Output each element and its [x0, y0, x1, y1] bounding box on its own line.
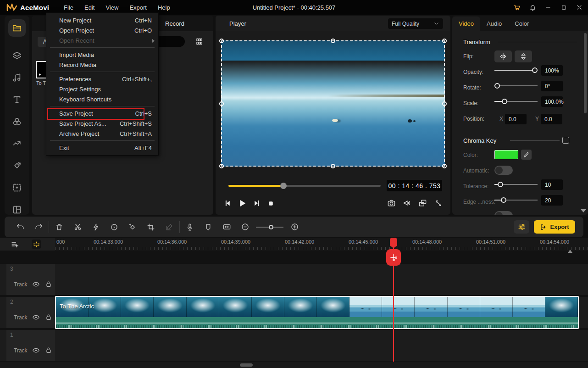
zoom-in-icon[interactable]: [285, 220, 304, 234]
tolerance-slider[interactable]: [494, 181, 538, 188]
menu-item-save-project-as[interactable]: Save Project As...Ctrl+Shift+S: [46, 118, 158, 128]
hscroll-thumb[interactable]: [240, 363, 253, 367]
menu-item-keyboard-shortcuts[interactable]: Keyboard Shortcuts: [46, 94, 158, 104]
clock-play-icon[interactable]: [105, 220, 123, 234]
prev-frame-icon[interactable]: [223, 198, 233, 208]
lock-icon[interactable]: [45, 313, 52, 321]
tolerance-value[interactable]: 10: [541, 179, 563, 190]
inspector-scrollbar[interactable]: [584, 33, 587, 113]
tab-record[interactable]: Record: [165, 20, 184, 27]
redo-icon[interactable]: [29, 220, 48, 234]
menu-item-import-media[interactable]: Import Media: [46, 50, 158, 60]
opacity-slider[interactable]: [494, 67, 538, 73]
menu-view[interactable]: View: [101, 2, 123, 13]
position-y-value[interactable]: 0.0: [541, 114, 562, 124]
filters-icon[interactable]: [8, 113, 26, 130]
quality-dropdown[interactable]: Full Quality: [388, 18, 443, 29]
video-clip[interactable]: To The Arctic: [55, 296, 579, 329]
camera-icon[interactable]: [387, 198, 396, 208]
transitions-icon[interactable]: [8, 135, 26, 152]
track-row-1[interactable]: 1 Track: [0, 330, 588, 361]
menu-item-save-project[interactable]: Save ProjectCtrl+S: [46, 108, 158, 118]
mic-icon[interactable]: [181, 220, 199, 234]
folder-icon[interactable]: [8, 19, 26, 37]
grid-view-icon[interactable]: [194, 37, 204, 46]
menu-item-archive-project[interactable]: Archive ProjectCtrl+Shift+A: [46, 128, 158, 139]
rotate-slider[interactable]: [494, 83, 538, 89]
scale-value[interactable]: 100.0%: [541, 96, 563, 107]
lightning-icon[interactable]: [87, 220, 105, 234]
tab-audio[interactable]: Audio: [480, 17, 508, 31]
undo-icon[interactable]: [11, 220, 29, 234]
flip-vertical-icon[interactable]: [515, 50, 532, 62]
expand-icon[interactable]: [433, 198, 443, 208]
menu-item-new-project[interactable]: New ProjectCtrl+N: [46, 15, 158, 25]
seek-bar[interactable]: [228, 183, 381, 189]
menu-item-preferences[interactable]: PreferencesCtrl+Shift+,: [46, 74, 158, 84]
export-button[interactable]: Export: [534, 220, 575, 234]
menu-help[interactable]: Help: [153, 2, 175, 13]
menu-item-exit[interactable]: ExitAlt+F4: [46, 143, 158, 153]
fit-width-icon[interactable]: [217, 220, 236, 234]
track-row-3[interactable]: 3 Track: [0, 264, 588, 295]
chroma-key-checkbox[interactable]: [562, 137, 569, 144]
timeline-scroll-up-arrow[interactable]: [568, 250, 572, 253]
speaker-icon[interactable]: [402, 198, 412, 208]
snap-icon[interactable]: [32, 240, 41, 249]
adjust-icon[interactable]: [514, 220, 529, 234]
music-icon[interactable]: [8, 69, 26, 86]
timeline-zoom-slider[interactable]: [256, 224, 283, 230]
seek-knob[interactable]: [280, 183, 287, 189]
lock-icon[interactable]: [45, 346, 52, 354]
next-frame-icon[interactable]: [251, 198, 261, 208]
stop-icon[interactable]: [266, 198, 276, 208]
menu-edit[interactable]: Edit: [80, 2, 99, 13]
play-icon[interactable]: [237, 198, 247, 208]
scroll-down-arrow[interactable]: [581, 209, 586, 212]
menu-file[interactable]: File: [59, 2, 78, 13]
menu-item-record-media[interactable]: Record Media: [46, 60, 158, 70]
marker-icon[interactable]: [199, 220, 217, 234]
lock-icon[interactable]: [45, 280, 52, 288]
eye-icon[interactable]: [32, 280, 40, 288]
menu-export[interactable]: Export: [125, 2, 151, 13]
cart-icon[interactable]: [512, 2, 522, 12]
opacity-value[interactable]: 100%: [541, 65, 563, 76]
partial-toggle[interactable]: [494, 211, 513, 215]
screens-icon[interactable]: [418, 198, 427, 208]
edge-value[interactable]: 20: [541, 195, 563, 206]
chroma-color-swatch[interactable]: [494, 150, 518, 159]
scissors-icon[interactable]: [68, 220, 87, 234]
minimize-icon[interactable]: [543, 2, 553, 12]
maximize-icon[interactable]: [559, 2, 569, 12]
playhead-handle[interactable]: [390, 238, 397, 247]
close-icon[interactable]: [574, 2, 584, 12]
menu-item-open-project[interactable]: Open ProjectCtrl+O: [46, 25, 158, 35]
add-track-icon[interactable]: [10, 240, 19, 249]
position-x-value[interactable]: 0.0: [505, 114, 527, 124]
zoom-out-icon[interactable]: [236, 220, 254, 234]
track-row-2[interactable]: 2 Track To The Arctic: [0, 297, 588, 328]
flip-horizontal-icon[interactable]: [494, 50, 512, 62]
elements-icon[interactable]: [8, 179, 26, 196]
timeline-ruler[interactable]: 000 00:14:33.00000:14:36.00000:14:39.000…: [55, 238, 588, 251]
split-screen-icon[interactable]: [8, 201, 26, 218]
timeline-hscrollbar[interactable]: [0, 362, 588, 368]
split-playhead-button[interactable]: [386, 249, 401, 266]
animation-icon[interactable]: [8, 157, 26, 174]
rotate-value[interactable]: 0°: [541, 81, 563, 91]
video-preview[interactable]: [221, 40, 445, 167]
trash-icon[interactable]: [50, 220, 68, 234]
bell-icon[interactable]: [527, 2, 538, 12]
eye-icon[interactable]: [32, 346, 40, 354]
edge-slider[interactable]: [494, 197, 538, 203]
tab-video[interactable]: Video: [452, 17, 480, 31]
menu-item-project-settings[interactable]: Project Settings: [46, 84, 158, 94]
eyedropper-icon[interactable]: [521, 150, 532, 160]
crop-icon[interactable]: [142, 220, 160, 234]
automatic-toggle[interactable]: [494, 166, 513, 175]
keyframe-icon[interactable]: [123, 220, 142, 234]
scale-slider[interactable]: [494, 98, 538, 105]
eye-icon[interactable]: [32, 313, 40, 321]
text-icon[interactable]: [8, 91, 26, 108]
